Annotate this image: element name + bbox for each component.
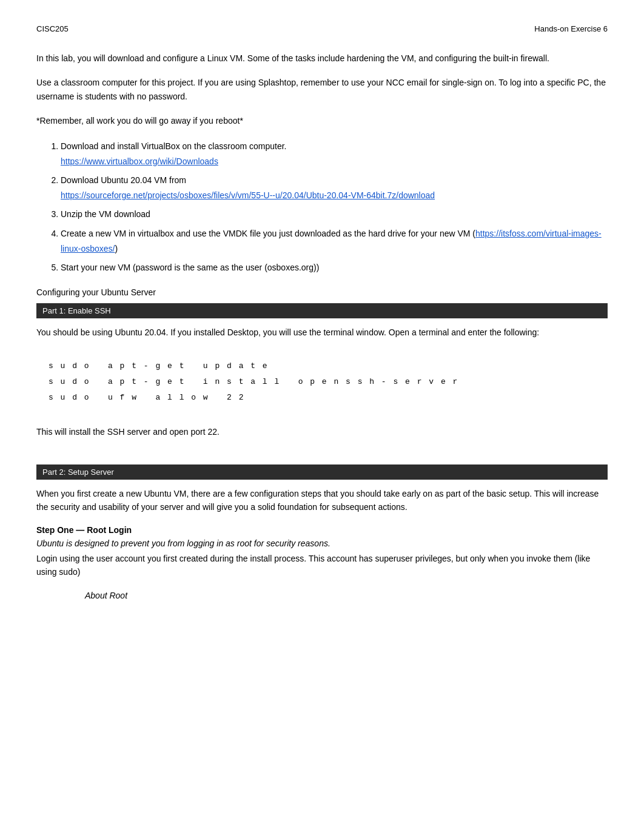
page-header: CISC205 Hands-on Exercise 6 (36, 24, 608, 33)
virtualbox-link[interactable]: https://www.virtualbox.org/wiki/Download… (61, 156, 218, 166)
part1-header: Part 1: Enable SSH (36, 303, 608, 318)
ubuntu-download-link[interactable]: https://sourceforge.net/projects/osboxes… (61, 190, 435, 200)
code-line-1: s u d o a p t - g e t u p d a t e (49, 358, 595, 374)
setup-steps-list: Download and install VirtualBox on the c… (61, 139, 608, 276)
intro-paragraph-2: Use a classroom computer for this projec… (36, 76, 608, 103)
course-title: CISC205 (36, 24, 69, 33)
step-one-heading: Step One — Root Login (36, 525, 608, 535)
part1-intro: You should be using Ubuntu 20.04. If you… (36, 326, 608, 339)
list-item: Download Ubuntu 20.04 VM from https://so… (61, 173, 608, 203)
step-one-text: Login using the user account you first c… (36, 552, 608, 579)
list-item-text: Download Ubuntu 20.04 VM from (61, 175, 186, 185)
intro-paragraph-1: In this lab, you will download and confi… (36, 52, 608, 65)
list-item: Start your new VM (password is the same … (61, 260, 608, 275)
reminder-text: *Remember, all work you do will go away … (36, 114, 608, 127)
part2-intro: When you first create a new Ubuntu VM, t… (36, 487, 608, 514)
code-line-3: s u d o u f w a l l o w 2 2 (49, 390, 595, 406)
about-root-text: About Root (85, 591, 608, 600)
list-item-text: Unzip the VM download (61, 209, 150, 219)
exercise-title: Hands-on Exercise 6 (534, 24, 608, 33)
code-block: s u d o a p t - g e t u p d a t e s u d … (36, 349, 608, 415)
itsfoss-link[interactable]: https://itsfoss.com/virtual-images-linux… (61, 229, 602, 253)
list-item-text: Create a new VM in virtualbox and use th… (61, 229, 602, 253)
list-item: Create a new VM in virtualbox and use th… (61, 226, 608, 257)
list-item-text: Start your new VM (password is the same … (61, 263, 319, 272)
part1-footer: This will install the SSH server and ope… (36, 425, 608, 438)
part2-header: Part 2: Setup Server (36, 464, 608, 480)
configuring-section-title: Configuring your Ubuntu Server (36, 287, 608, 297)
list-item-text: Download and install VirtualBox on the c… (61, 141, 287, 151)
step-one-italic: Ubuntu is designed to prevent you from l… (36, 538, 608, 548)
list-item: Download and install VirtualBox on the c… (61, 139, 608, 169)
code-line-2: s u d o a p t - g e t i n s t a l l o p … (49, 374, 595, 390)
list-item: Unzip the VM download (61, 207, 608, 222)
